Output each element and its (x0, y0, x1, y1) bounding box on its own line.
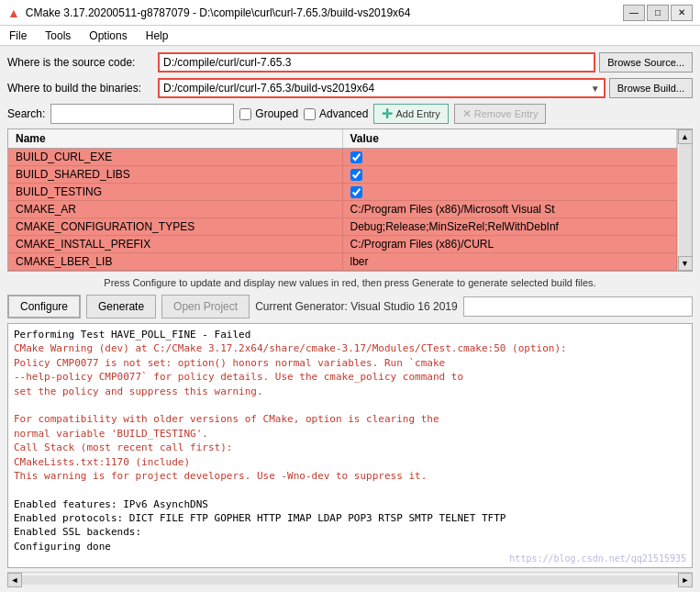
table-cell-value[interactable] (343, 184, 678, 200)
table-vscrollbar[interactable]: ▲ ▼ (677, 129, 692, 271)
close-button[interactable]: ✕ (671, 5, 693, 21)
log-area[interactable]: Performing Test HAVE_POLL_FINE - FailedC… (7, 323, 693, 568)
table-cell-name: CMAKE_INSTALL_PREFIX (8, 236, 343, 252)
log-line: normal variable 'BUILD_TESTING'. (14, 427, 686, 441)
table-cell-value: lber (343, 253, 678, 270)
browse-source-button[interactable]: Browse Source... (599, 52, 693, 73)
table-row[interactable]: BUILD_TESTING (8, 184, 677, 201)
log-line: This warning is for project developers. … (14, 469, 686, 483)
log-line: set the policy and suppress this warning… (14, 385, 686, 398)
table-row[interactable]: BUILD_CURL_EXE (8, 149, 677, 166)
table-checkbox[interactable] (350, 186, 362, 198)
title-bar: ▲ CMake 3.17.20200511-g8787079 - D:\comp… (0, 0, 700, 26)
build-row: Where to build the binaries: D:/compile/… (7, 77, 693, 99)
table-cell-name: CMAKE_AR (8, 201, 343, 218)
maximize-button[interactable]: □ (647, 5, 669, 21)
build-value: D:/compile/curl/curl-7.65.3/build-vs2019… (163, 82, 591, 95)
col-value-header: Value (343, 129, 678, 148)
search-label: Search: (7, 107, 45, 120)
watermark: https://blog.csdn.net/qq21515935 (509, 553, 686, 564)
table-checkbox[interactable] (350, 151, 362, 163)
menu-tools[interactable]: Tools (39, 28, 76, 44)
table-body: BUILD_CURL_EXEBUILD_SHARED_LIBSBUILD_TES… (8, 149, 677, 271)
generate-button[interactable]: Generate (86, 295, 156, 318)
add-entry-label: Add Entry (395, 108, 439, 119)
search-row: Search: Grouped Advanced ✛ Add Entry ✕ R… (7, 103, 693, 125)
log-line: Policy CMP0077 is not set: option() hono… (14, 356, 686, 370)
hscroll-right-btn[interactable]: ► (678, 573, 693, 587)
grouped-checkbox-group: Grouped (239, 107, 298, 120)
log-container: Performing Test HAVE_POLL_FINE - FailedC… (14, 328, 686, 553)
menu-help[interactable]: Help (140, 28, 174, 44)
table-row[interactable]: CMAKE_ARC:/Program Files (x86)/Microsoft… (8, 201, 677, 218)
vscroll-down-btn[interactable]: ▼ (678, 256, 693, 271)
table-cell-value: Debug;Release;MinSizeRel;RelWithDebInf (343, 218, 678, 235)
window-title: CMake 3.17.20200511-g8787079 - D:\compil… (26, 6, 617, 19)
table-cell-name: BUILD_TESTING (8, 184, 343, 200)
table-cell-value: C:/Program Files (x86)/Microsoft Visual … (343, 201, 678, 218)
table-row[interactable]: CMAKE_CONFIGURATION_TYPESDebug;Release;M… (8, 218, 677, 236)
window-controls: — □ ✕ (623, 5, 693, 21)
log-line: Enabled protocols: DICT FILE FTP GOPHER … (14, 511, 686, 525)
log-line: Performing Test HAVE_POLL_FINE - Failed (14, 328, 686, 341)
table-cell-name: BUILD_CURL_EXE (8, 149, 343, 165)
advanced-checkbox-group: Advanced (304, 107, 368, 120)
advanced-label[interactable]: Advanced (319, 107, 368, 120)
hscroll-track (22, 575, 678, 585)
table-row[interactable]: BUILD_SHARED_LIBS (8, 166, 677, 184)
log-line: Enabled features: IPv6 AsynchDNS (14, 497, 686, 511)
log-line: Call Stack (most recent call first): (14, 441, 686, 454)
table-cell-name: CMAKE_LBER_LIB (8, 253, 343, 270)
add-entry-button[interactable]: ✛ Add Entry (373, 104, 448, 124)
table-cell-name: BUILD_SHARED_LIBS (8, 166, 343, 183)
generator-label: Current Generator: Visual Studio 16 2019 (255, 300, 458, 313)
hscroll-left-btn[interactable]: ◄ (7, 573, 22, 587)
generator-input[interactable] (463, 296, 693, 317)
log-line: Configuring done (14, 540, 686, 553)
table-row[interactable]: CMAKE_INSTALL_PREFIXC:/Program Files (x8… (8, 236, 677, 253)
table-header: Name Value (8, 129, 677, 149)
browse-build-button[interactable]: Browse Build... (609, 78, 693, 98)
h-scrollbar[interactable]: ◄ ► (7, 572, 693, 586)
table-row[interactable]: CMAKE_LBER_LIBlber (8, 253, 677, 271)
open-project-button[interactable]: Open Project (161, 295, 250, 318)
remove-icon: ✕ (462, 107, 472, 120)
log-line (14, 483, 686, 497)
advanced-checkbox[interactable] (304, 108, 316, 120)
log-line: CMakeLists.txt:1170 (include) (14, 455, 686, 469)
status-bar: Press Configure to update and display ne… (7, 275, 693, 290)
table-cell-name: CMAKE_CONFIGURATION_TYPES (8, 218, 343, 235)
configure-row: Configure Generate Open Project Current … (7, 294, 693, 319)
menu-file[interactable]: File (4, 28, 32, 44)
app-icon: ▲ (7, 6, 20, 20)
vscroll-track (679, 144, 692, 256)
build-dropdown[interactable]: D:/compile/curl/curl-7.65.3/build-vs2019… (158, 78, 606, 98)
table-cell-value[interactable] (343, 166, 678, 183)
dropdown-arrow-icon: ▼ (591, 84, 600, 94)
menu-bar: File Tools Options Help (0, 26, 700, 46)
source-row: Where is the source code: Browse Source.… (7, 51, 693, 73)
remove-entry-label: Remove Entry (474, 108, 539, 119)
build-label: Where to build the binaries: (7, 82, 154, 95)
log-line (14, 398, 686, 412)
main-content: Where is the source code: Browse Source.… (0, 46, 700, 592)
source-input[interactable] (158, 52, 595, 73)
grouped-label[interactable]: Grouped (255, 107, 298, 120)
table-cell-value[interactable] (343, 149, 678, 165)
minimize-button[interactable]: — (623, 5, 645, 21)
table-checkbox[interactable] (350, 169, 362, 181)
search-input[interactable] (50, 104, 234, 124)
grouped-checkbox[interactable] (239, 108, 251, 120)
table-cell-value: C:/Program Files (x86)/CURL (343, 236, 678, 252)
log-line: CMake Warning (dev) at C:/CMake 3.17.2x6… (14, 341, 686, 355)
remove-entry-button[interactable]: ✕ Remove Entry (454, 104, 547, 124)
menu-options[interactable]: Options (83, 28, 132, 44)
log-line: For compatibility with older versions of… (14, 412, 686, 426)
vscroll-up-btn[interactable]: ▲ (678, 129, 693, 144)
plus-icon: ✛ (382, 106, 393, 121)
source-label: Where is the source code: (7, 56, 154, 69)
config-table-wrapper: Name Value BUILD_CURL_EXEBUILD_SHARED_LI… (7, 128, 693, 272)
log-line: Enabled SSL backends: (14, 525, 686, 539)
config-table-scroll[interactable]: Name Value BUILD_CURL_EXEBUILD_SHARED_LI… (8, 129, 677, 271)
configure-button[interactable]: Configure (7, 295, 81, 318)
